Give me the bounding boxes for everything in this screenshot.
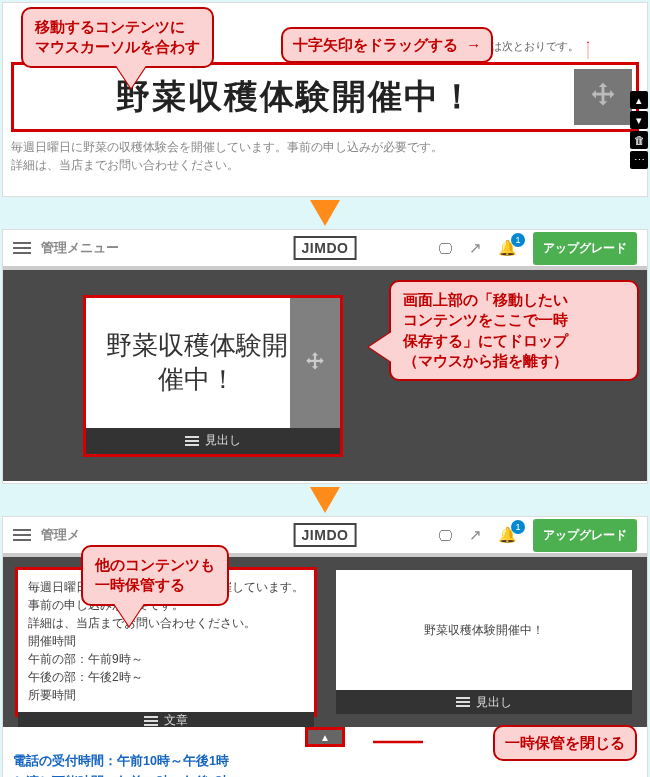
move-handle[interactable] bbox=[574, 69, 632, 125]
desc-line-1: 毎週日曜日に野菜の収穫体験会を開催しています。事前の申し込みが必要です。 bbox=[11, 138, 639, 156]
stored-heading-title: 野菜収穫体験開催中！ bbox=[424, 621, 544, 639]
stored-card-type-label: 見出し bbox=[205, 432, 241, 449]
move-down-icon[interactable]: ▾ bbox=[630, 111, 648, 129]
desktop-preview-icon[interactable]: 🖵 bbox=[438, 240, 453, 257]
stored-heading-footer: 見出し bbox=[336, 690, 632, 714]
menu-burger-icon[interactable] bbox=[13, 239, 31, 257]
step-arrow-2 bbox=[0, 486, 650, 514]
content-block-heading[interactable]: 野菜収穫体験開催中！ bbox=[11, 62, 639, 132]
clipboard-drop-area[interactable]: 野菜収穫体験開催中！ 見出し 画面上部の「移動したい コンテンツをここで一時 保… bbox=[3, 270, 647, 481]
menu-burger-icon[interactable] bbox=[13, 526, 31, 544]
callout-store-text: 他のコンテンツも 一時保管する bbox=[95, 556, 215, 593]
callout-tail bbox=[113, 602, 145, 626]
callout-drop-here: 画面上部の「移動したい コンテンツをここで一時 保存する」にてドロップ （マウス… bbox=[389, 280, 639, 381]
upgrade-button[interactable]: アップグレード bbox=[533, 232, 637, 265]
heading-text: 野菜収穫体験開催中！ bbox=[18, 74, 574, 120]
callout-drop-text: 画面上部の「移動したい コンテンツをここで一時 保存する」にてドロップ （マウス… bbox=[403, 291, 568, 369]
callout-store-more: 他のコンテンツも 一時保管する bbox=[81, 545, 229, 606]
stored-card-footer: 見出し bbox=[86, 428, 340, 454]
panel-3-multi-store: 管理メ JIMDO 🖵 ↗ 🔔 1 アップグレード 他のコンテンツも 一時保管す… bbox=[2, 516, 648, 777]
text-line: 開催時間 bbox=[28, 632, 304, 650]
svg-marker-1 bbox=[587, 41, 589, 43]
stored-heading-card-2[interactable]: 野菜収穫体験開催中！ 見出し bbox=[333, 567, 635, 717]
toolbar-title[interactable]: 管理メニュー bbox=[41, 239, 119, 257]
callout-tail bbox=[115, 64, 147, 88]
panel-2-drop: 管理メニュー JIMDO 🖵 ↗ 🔔 1 アップグレード 野菜収穫体験開催中！ bbox=[2, 229, 648, 484]
heading-description: 毎週日曜日に野菜の収穫体験会を開催しています。事前の申し込みが必要です。 詳細は… bbox=[11, 138, 639, 174]
svg-marker-2 bbox=[310, 200, 340, 226]
callout-drag-arrow: 十字矢印をドラッグする → bbox=[281, 27, 493, 63]
toolbar-title[interactable]: 管理メ bbox=[41, 526, 80, 544]
text-line: 所要時間 bbox=[28, 686, 304, 704]
editor-toolbar: 管理メニュー JIMDO 🖵 ↗ 🔔 1 アップグレード bbox=[3, 230, 647, 270]
page-content-below: ▲ 一時保管を閉じる 電話の受付時間：午前10時～午後1時 お渡し可能時間：午前… bbox=[3, 727, 647, 777]
step-arrow-1 bbox=[0, 199, 650, 227]
svg-marker-3 bbox=[310, 487, 340, 513]
desc-line-2: 詳細は、当店までお問い合わせください。 bbox=[11, 156, 639, 174]
notifications-icon[interactable]: 🔔 1 bbox=[498, 526, 517, 544]
move-cross-icon bbox=[302, 350, 328, 376]
text-type-icon bbox=[144, 716, 158, 726]
share-icon[interactable]: ↗ bbox=[469, 526, 482, 544]
text-line: 午前の部：午前9時～ bbox=[28, 650, 304, 668]
arrow-right-glyph: → bbox=[466, 36, 481, 53]
callout-hover-content: 移動するコンテンツに マウスカーソルを合わす bbox=[21, 7, 214, 68]
block-side-toolbar: ▴ ▾ 🗑 ⋯ bbox=[629, 91, 649, 169]
desktop-preview-icon[interactable]: 🖵 bbox=[438, 527, 453, 544]
heading-type-icon bbox=[456, 697, 470, 707]
pointer-line bbox=[373, 735, 423, 749]
stored-heading-card[interactable]: 野菜収穫体験開催中！ 見出し bbox=[83, 295, 343, 457]
heading-type-icon bbox=[185, 436, 199, 446]
move-cross-icon bbox=[586, 80, 620, 114]
callout-tail bbox=[369, 331, 393, 363]
panel-1-hover-drag: 移動するコンテンツに マウスカーソルを合わす 十字矢印をドラッグする → テイク… bbox=[2, 2, 648, 197]
stored-heading-type-label: 見出し bbox=[476, 694, 512, 711]
callout-close-clipboard: 一時保管を閉じる bbox=[493, 725, 637, 761]
toolbar-right-group: 🖵 ↗ 🔔 1 アップグレード bbox=[438, 519, 637, 552]
jimdo-logo[interactable]: JIMDO bbox=[294, 236, 357, 260]
upgrade-button[interactable]: アップグレード bbox=[533, 519, 637, 552]
callout-hover-text: 移動するコンテンツに マウスカーソルを合わす bbox=[35, 18, 200, 55]
trash-icon[interactable]: 🗑 bbox=[630, 131, 648, 149]
stored-card-move-handle[interactable] bbox=[290, 298, 340, 428]
share-icon[interactable]: ↗ bbox=[469, 239, 482, 257]
stored-card-body: 野菜収穫体験開催中！ bbox=[86, 298, 340, 428]
move-up-icon[interactable]: ▴ bbox=[630, 91, 648, 109]
more-icon[interactable]: ⋯ bbox=[630, 151, 648, 169]
callout-close-text: 一時保管を閉じる bbox=[505, 734, 625, 751]
callout-drag-text: 十字矢印をドラッグする bbox=[293, 36, 458, 53]
notification-badge: 1 bbox=[511, 520, 525, 534]
toolbar-right-group: 🖵 ↗ 🔔 1 アップグレード bbox=[438, 232, 637, 265]
text-line: 詳細は、当店までお問い合わせください。 bbox=[28, 614, 304, 632]
text-line: 午後の部：午後2時～ bbox=[28, 668, 304, 686]
notification-badge: 1 bbox=[511, 233, 525, 247]
notifications-icon[interactable]: 🔔 1 bbox=[498, 239, 517, 257]
collapse-clipboard-button[interactable]: ▲ bbox=[305, 727, 345, 747]
jimdo-logo[interactable]: JIMDO bbox=[294, 523, 357, 547]
stored-heading-body: 野菜収穫体験開催中！ bbox=[336, 570, 632, 690]
